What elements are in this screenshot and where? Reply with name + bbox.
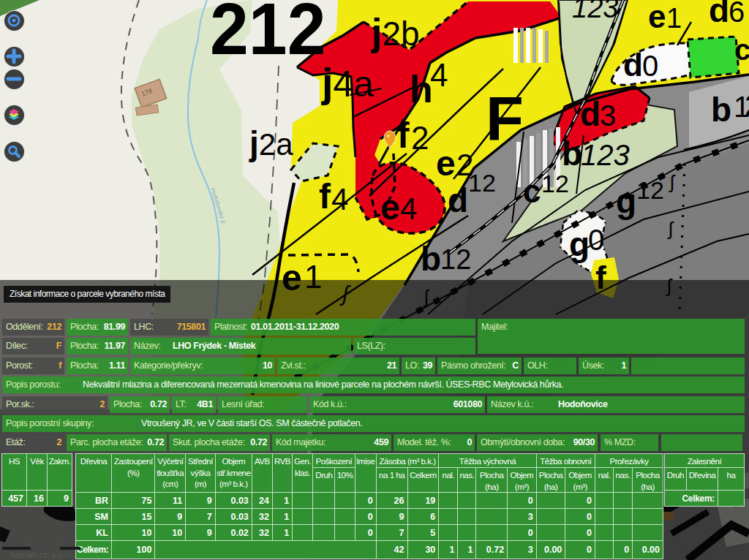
- svg-text:2: 2: [745, 89, 749, 121]
- svg-text:d: d: [448, 181, 468, 219]
- svg-text:12: 12: [440, 244, 471, 275]
- svg-text:c: c: [734, 34, 749, 66]
- svg-text:j2b: j2b: [371, 11, 420, 53]
- svg-text:1: 1: [666, 3, 682, 34]
- svg-text:F: F: [486, 84, 524, 154]
- svg-text:12: 12: [468, 169, 496, 197]
- svg-text:12: 12: [636, 176, 664, 204]
- svg-text:6: 6: [729, 0, 745, 28]
- svg-text:4: 4: [430, 57, 448, 93]
- svg-text:12: 12: [541, 170, 569, 197]
- svg-text:123: 123: [572, 0, 618, 23]
- svg-text:e: e: [436, 144, 456, 183]
- svg-text:h: h: [410, 68, 433, 110]
- svg-text:0: 0: [588, 224, 604, 256]
- svg-text:d: d: [580, 95, 601, 133]
- svg-text:j2a: j2a: [249, 124, 293, 162]
- svg-text:4: 4: [400, 192, 417, 226]
- svg-text:3: 3: [600, 99, 616, 132]
- svg-text:e: e: [380, 188, 400, 227]
- svg-text:f: f: [319, 177, 331, 216]
- svg-text:*: *: [387, 134, 390, 142]
- svg-text:g: g: [616, 182, 636, 220]
- svg-text:d: d: [623, 47, 643, 83]
- svg-text:b: b: [562, 135, 582, 173]
- svg-text:f: f: [397, 115, 410, 156]
- svg-text:212: 212: [210, 0, 325, 70]
- svg-text:b: b: [421, 240, 441, 278]
- svg-text:b: b: [711, 91, 731, 129]
- svg-text:c: c: [523, 173, 541, 209]
- svg-text:d: d: [709, 0, 729, 29]
- svg-text:123: 123: [581, 139, 630, 171]
- svg-text:2: 2: [411, 120, 429, 156]
- svg-text:4: 4: [331, 182, 348, 216]
- svg-text:0: 0: [642, 50, 658, 82]
- svg-text:j4a: j4a: [321, 59, 374, 105]
- svg-text:e: e: [648, 0, 666, 34]
- svg-text:g: g: [569, 225, 590, 263]
